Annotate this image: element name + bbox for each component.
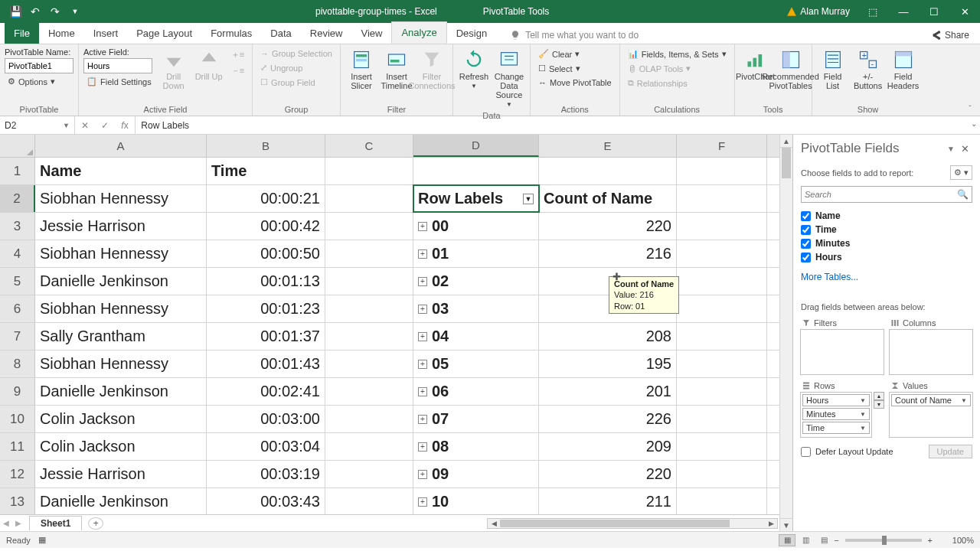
field-list-button[interactable]: Field List — [817, 47, 849, 92]
row-header[interactable]: 6 — [0, 295, 35, 322]
expand-formula-bar-icon[interactable]: ⌄ — [971, 119, 977, 128]
cell[interactable]: 00:01:23 — [207, 295, 325, 322]
field-item[interactable]: Time — [801, 223, 972, 236]
tell-me-search[interactable]: Tell me what you want to do — [504, 27, 645, 44]
cell[interactable] — [539, 158, 677, 184]
cell[interactable]: Siobhan Hennessy — [35, 295, 207, 322]
cell[interactable]: +05 — [413, 350, 539, 377]
row-header[interactable]: 12 — [0, 461, 35, 487]
horizontal-scrollbar[interactable]: ◀▶ — [487, 518, 778, 529]
move-pivottable-button[interactable]: ↔ Move PivotTable — [535, 77, 615, 89]
area-pill[interactable]: Minutes▼ — [802, 408, 870, 420]
cell[interactable] — [677, 240, 767, 267]
refresh-button[interactable]: Refresh▼ — [458, 47, 490, 91]
values-area[interactable]: Values Count of Name▼ — [888, 379, 974, 439]
cell[interactable] — [677, 461, 767, 487]
field-checkbox[interactable] — [801, 225, 811, 235]
cell[interactable]: Row Labels▼ — [413, 185, 539, 212]
macro-record-icon[interactable]: ▦ — [38, 535, 46, 545]
cell[interactable]: +00 — [413, 213, 539, 240]
row-labels-dropdown-icon[interactable]: ▼ — [523, 194, 534, 204]
drill-up-button[interactable]: Drill Up — [193, 47, 225, 83]
area-pill[interactable]: Time▼ — [802, 422, 870, 434]
cell[interactable]: Jessie Harrison — [35, 213, 207, 240]
tab-formulas[interactable]: Formulas — [201, 23, 261, 44]
field-headers-button[interactable]: Field Headers — [887, 47, 920, 92]
cell[interactable]: Jessie Harrison — [35, 461, 207, 487]
cell[interactable]: +09 — [413, 461, 539, 487]
filter-connections-button[interactable]: Filter Connections — [416, 47, 448, 92]
update-button[interactable]: Update — [929, 445, 972, 458]
field-item[interactable]: Name — [801, 209, 972, 223]
select-button[interactable]: ☐ Select ▾ — [535, 62, 615, 75]
cell[interactable] — [677, 406, 767, 432]
row-header[interactable]: 13 — [0, 488, 35, 514]
active-field-input[interactable] — [83, 58, 152, 73]
undo-icon[interactable]: ↶ — [26, 2, 44, 21]
close-icon[interactable]: ✕ — [951, 0, 978, 23]
page-break-view-icon[interactable]: ▤ — [815, 534, 832, 546]
cell[interactable]: 220 — [539, 213, 677, 240]
cell[interactable] — [325, 461, 413, 487]
name-box[interactable]: D2▼ — [0, 116, 75, 134]
tab-file[interactable]: File — [5, 23, 39, 44]
cell[interactable]: Colin Jackson — [35, 433, 207, 460]
maximize-icon[interactable]: ☐ — [920, 0, 948, 23]
cell[interactable] — [677, 433, 767, 460]
save-icon[interactable]: 💾 — [6, 2, 24, 21]
cancel-formula-icon[interactable]: ✕ — [75, 120, 95, 131]
tab-page-layout[interactable]: Page Layout — [127, 23, 201, 44]
pane-layout-dropdown-icon[interactable]: ▼ — [944, 145, 958, 153]
sheet-nav-prev-icon[interactable]: ◀ — [0, 519, 12, 527]
expand-icon[interactable]: + — [418, 442, 427, 452]
cell[interactable] — [677, 268, 767, 295]
cell[interactable] — [325, 406, 413, 432]
cell[interactable] — [325, 323, 413, 350]
cell[interactable]: Name — [35, 158, 207, 184]
cell[interactable]: 00:00:50 — [207, 240, 325, 267]
cell[interactable]: Danielle Jenkinson — [35, 378, 207, 405]
group-field-button[interactable]: ☐ Group Field — [257, 76, 335, 89]
cell[interactable] — [325, 240, 413, 267]
cell[interactable]: +08 — [413, 433, 539, 460]
cell[interactable]: Colin Jackson — [35, 406, 207, 432]
drill-down-button[interactable]: Drill Down — [158, 47, 190, 92]
sheet-nav-next-icon[interactable]: ▶ — [12, 519, 24, 527]
cell[interactable] — [325, 433, 413, 460]
enter-formula-icon[interactable]: ✓ — [95, 120, 115, 131]
fields-items-sets-button[interactable]: 📊 Fields, Items, & Sets ▾ — [625, 47, 730, 60]
row-header[interactable]: 8 — [0, 350, 35, 377]
cell[interactable]: Siobhan Hennessy — [35, 350, 207, 377]
expand-icon[interactable]: + — [418, 387, 427, 396]
expand-icon[interactable]: + — [418, 249, 427, 259]
row-header[interactable]: 10 — [0, 406, 35, 432]
tab-analyze[interactable]: Analyze — [391, 21, 446, 44]
cell[interactable] — [325, 213, 413, 240]
cell[interactable]: 195 — [539, 350, 677, 377]
area-pill[interactable]: Hours▼ — [802, 394, 870, 406]
pane-close-icon[interactable]: ✕ — [958, 143, 972, 155]
cell[interactable] — [325, 378, 413, 405]
select-all-cell[interactable] — [0, 135, 35, 157]
col-header-c[interactable]: C — [325, 135, 413, 157]
cell[interactable] — [325, 158, 413, 184]
row-header[interactable]: 9 — [0, 378, 35, 405]
expand-icon[interactable]: + — [418, 305, 427, 314]
rows-up-icon[interactable]: ▲ — [874, 392, 884, 400]
page-layout-view-icon[interactable]: ▥ — [797, 534, 814, 546]
tab-design[interactable]: Design — [447, 23, 496, 44]
cell[interactable]: 00:03:00 — [207, 406, 325, 432]
cell[interactable]: Sally Grantham — [35, 323, 207, 350]
cell[interactable] — [325, 185, 413, 212]
row-header[interactable]: 1 — [0, 158, 35, 184]
cell[interactable]: +10 — [413, 488, 539, 514]
cell[interactable] — [677, 295, 767, 322]
user-account[interactable]: Alan Murray — [780, 6, 856, 17]
redo-icon[interactable]: ↷ — [46, 2, 64, 21]
cell[interactable]: 00:00:42 — [207, 213, 325, 240]
cell[interactable] — [677, 378, 767, 405]
cell[interactable]: +06 — [413, 378, 539, 405]
col-header-a[interactable]: A — [35, 135, 207, 157]
cell[interactable] — [677, 350, 767, 377]
cell[interactable] — [677, 185, 767, 212]
